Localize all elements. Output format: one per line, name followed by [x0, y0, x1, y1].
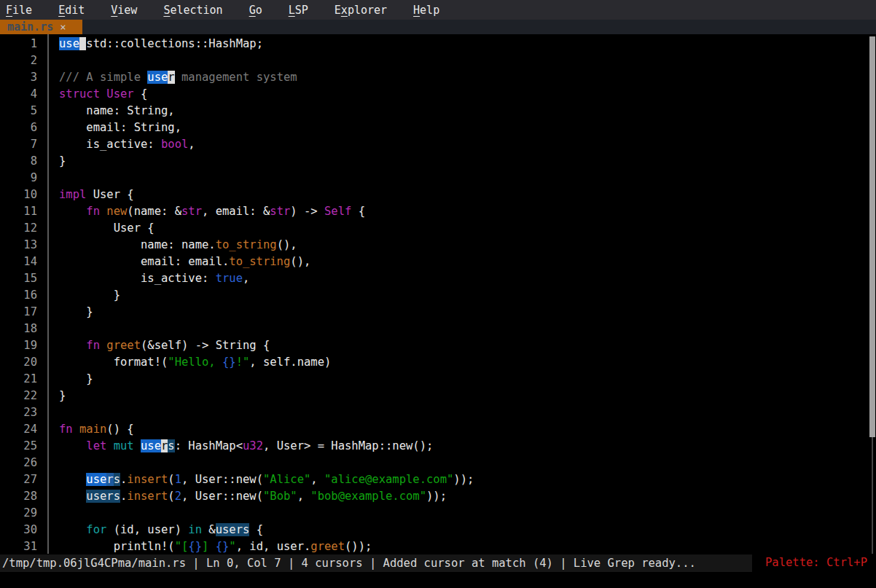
code-token: greet	[310, 540, 345, 553]
line-number[interactable]: 4	[0, 86, 37, 103]
code-token: .	[120, 490, 127, 503]
line-number[interactable]: 29	[0, 505, 37, 522]
code-line-5[interactable]: 5 name: String,	[0, 103, 876, 119]
code-line-11[interactable]: 11 fn new(name: &str, email: &str) -> Se…	[0, 203, 876, 220]
menu-item-selection[interactable]: Selection	[163, 4, 222, 17]
line-number[interactable]: 2	[0, 52, 37, 69]
code-token: ));	[426, 490, 447, 503]
menu-item-edit[interactable]: Edit	[58, 4, 85, 17]
menu-item-file[interactable]: File	[6, 4, 32, 17]
code-line-23[interactable]: 23	[0, 404, 876, 421]
menu-item-explorer[interactable]: Explorer	[335, 4, 387, 17]
code-line-28[interactable]: 28 users.insert(2, User::new("Bob", "bob…	[0, 488, 876, 505]
line-number[interactable]: 22	[0, 388, 37, 404]
code-line-20[interactable]: 20 format!("Hello, {}!", self.name)	[0, 354, 876, 371]
line-number[interactable]: 11	[0, 203, 37, 220]
scrollbar[interactable]	[869, 34, 876, 554]
code-line-29[interactable]: 29	[0, 505, 876, 522]
code-line-19[interactable]: 19 fn greet(&self) -> String {	[0, 337, 876, 354]
code-line-14[interactable]: 14 email: email.to_string(),	[0, 254, 876, 270]
line-number[interactable]: 7	[0, 136, 37, 153]
code-line-1[interactable]: 1use std::collections::HashMap;	[0, 36, 876, 52]
code-token: is_active:	[59, 272, 216, 285]
tab-main-rs[interactable]: main.rs ×	[0, 20, 82, 34]
menu-item-lsp[interactable]: LSP	[289, 4, 308, 17]
line-number[interactable]: 14	[0, 254, 37, 270]
code-line-17[interactable]: 17 }	[0, 304, 876, 321]
code-line-24[interactable]: 24fn main() {	[0, 421, 876, 438]
code-line-26[interactable]: 26	[0, 455, 876, 471]
code-text: }	[59, 389, 66, 402]
code-line-8[interactable]: 8}	[0, 153, 876, 170]
line-number[interactable]: 23	[0, 404, 37, 421]
code-token	[134, 439, 141, 452]
line-number[interactable]: 1	[0, 36, 37, 52]
code-line-25[interactable]: 25 let mut users: HashMap<u32, User> = H…	[0, 438, 876, 455]
line-number[interactable]: 31	[0, 538, 37, 554]
code-line-21[interactable]: 21 }	[0, 371, 876, 388]
line-number[interactable]: 9	[0, 170, 37, 187]
line-number[interactable]: 30	[0, 522, 37, 538]
code-editor[interactable]: 1use std::collections::HashMap;23/// A s…	[0, 34, 876, 554]
line-number[interactable]: 26	[0, 455, 37, 471]
code-line-12[interactable]: 12 User {	[0, 220, 876, 237]
code-text: name: String,	[59, 104, 175, 117]
line-number[interactable]: 19	[0, 337, 37, 354]
line-number[interactable]: 16	[0, 287, 37, 304]
code-token: management system	[175, 71, 297, 84]
code-text: format!("Hello, {}!", self.name)	[59, 356, 331, 369]
tab-close-icon[interactable]: ×	[60, 20, 66, 34]
line-number[interactable]: 15	[0, 270, 37, 287]
code-line-27[interactable]: 27 users.insert(1, User::new("Alice", "a…	[0, 471, 876, 488]
line-number[interactable]: 21	[0, 371, 37, 388]
code-token: ,	[297, 490, 311, 503]
code-line-18[interactable]: 18	[0, 321, 876, 337]
code-token: let	[86, 439, 106, 452]
code-line-30[interactable]: 30 for (id, user) in &users {	[0, 522, 876, 538]
code-line-13[interactable]: 13 name: name.to_string(),	[0, 237, 876, 254]
code-line-4[interactable]: 4struct User {	[0, 86, 876, 103]
code-token: ]	[202, 540, 216, 553]
menu-item-help[interactable]: Help	[413, 4, 439, 17]
code-token: : HashMap<	[175, 439, 243, 452]
code-line-9[interactable]: 9	[0, 170, 876, 187]
menu-item-view[interactable]: View	[111, 4, 137, 17]
tab-bar: main.rs ×	[0, 20, 876, 34]
code-token: (&self) -> String {	[141, 339, 270, 352]
line-number[interactable]: 3	[0, 69, 37, 86]
line-number[interactable]: 12	[0, 220, 37, 237]
line-number[interactable]: 8	[0, 153, 37, 170]
scrollbar-thumb[interactable]	[869, 36, 875, 437]
match-highlight: s	[168, 439, 174, 452]
code-line-7[interactable]: 7 is_active: bool,	[0, 136, 876, 153]
code-line-2[interactable]: 2	[0, 52, 876, 69]
code-line-16[interactable]: 16 }	[0, 287, 876, 304]
code-line-15[interactable]: 15 is_active: true,	[0, 270, 876, 287]
line-number[interactable]: 28	[0, 488, 37, 505]
code-token: (	[168, 473, 174, 486]
code-token: in	[188, 523, 202, 536]
menu-item-go[interactable]: Go	[249, 4, 262, 17]
code-token: to_string	[216, 238, 277, 251]
line-number[interactable]: 5	[0, 103, 37, 119]
line-number[interactable]: 24	[0, 421, 37, 438]
line-number[interactable]: 27	[0, 471, 37, 488]
line-number[interactable]: 20	[0, 354, 37, 371]
code-token: "Alice"	[263, 473, 310, 486]
line-number[interactable]: 13	[0, 237, 37, 254]
line-number[interactable]: 10	[0, 187, 37, 203]
code-token: .	[120, 473, 127, 486]
code-token: ) ->	[290, 205, 324, 218]
line-number[interactable]: 6	[0, 119, 37, 136]
line-number[interactable]: 18	[0, 321, 37, 337]
code-line-6[interactable]: 6 email: String,	[0, 119, 876, 136]
line-number[interactable]: 17	[0, 304, 37, 321]
line-number[interactable]: 25	[0, 438, 37, 455]
code-line-10[interactable]: 10impl User {	[0, 187, 876, 203]
code-line-22[interactable]: 22}	[0, 388, 876, 404]
code-text: }	[59, 372, 93, 385]
code-token	[100, 339, 106, 352]
code-line-31[interactable]: 31 println!("[{}] {}", id, user.greet())…	[0, 538, 876, 554]
code-line-3[interactable]: 3/// A simple user management system	[0, 69, 876, 86]
code-token: ,	[243, 272, 249, 285]
